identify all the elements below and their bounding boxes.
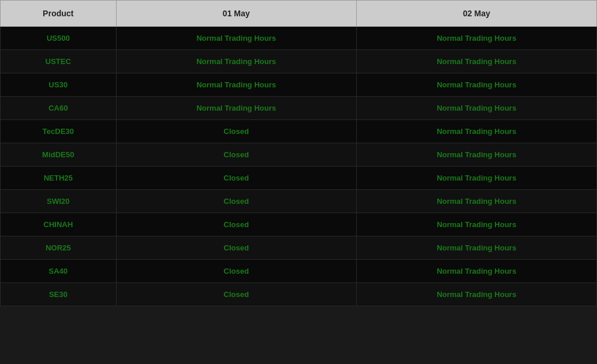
may01-cell: Closed: [116, 213, 356, 236]
product-cell: CHINAH: [1, 213, 117, 236]
may02-cell: Normal Trading Hours: [356, 73, 596, 97]
table-row: TecDE30ClosedNormal Trading Hours: [1, 120, 597, 143]
may02-cell: Normal Trading Hours: [356, 236, 596, 260]
product-cell: SWI20: [1, 190, 117, 213]
may02-cell: Normal Trading Hours: [356, 143, 596, 167]
product-cell: USTEC: [1, 50, 117, 73]
header-may02: 02 May: [356, 1, 596, 27]
may01-cell: Normal Trading Hours: [116, 97, 356, 120]
may01-cell: Normal Trading Hours: [116, 73, 356, 97]
table-row: SA40ClosedNormal Trading Hours: [1, 260, 597, 283]
may02-cell: Normal Trading Hours: [356, 27, 596, 50]
table-row: MidDE50ClosedNormal Trading Hours: [1, 143, 597, 167]
table-row: US30Normal Trading HoursNormal Trading H…: [1, 73, 597, 97]
may02-cell: Normal Trading Hours: [356, 167, 596, 190]
may01-cell: Closed: [116, 143, 356, 167]
may01-cell: Closed: [116, 236, 356, 260]
table-row: SE30ClosedNormal Trading Hours: [1, 283, 597, 306]
table-row: NOR25ClosedNormal Trading Hours: [1, 236, 597, 260]
table-row: NETH25ClosedNormal Trading Hours: [1, 167, 597, 190]
may02-cell: Normal Trading Hours: [356, 120, 596, 143]
may02-cell: Normal Trading Hours: [356, 97, 596, 120]
product-cell: TecDE30: [1, 120, 117, 143]
may02-cell: Normal Trading Hours: [356, 283, 596, 306]
product-cell: CA60: [1, 97, 117, 120]
table-row: US500Normal Trading HoursNormal Trading …: [1, 27, 597, 50]
product-cell: NETH25: [1, 167, 117, 190]
may02-cell: Normal Trading Hours: [356, 190, 596, 213]
may02-cell: Normal Trading Hours: [356, 260, 596, 283]
product-cell: SE30: [1, 283, 117, 306]
header-product: Product: [1, 1, 117, 27]
may02-cell: Normal Trading Hours: [356, 50, 596, 73]
may02-cell: Normal Trading Hours: [356, 213, 596, 236]
may01-cell: Closed: [116, 167, 356, 190]
table-row: CHINAHClosedNormal Trading Hours: [1, 213, 597, 236]
table-row: CA60Normal Trading HoursNormal Trading H…: [1, 97, 597, 120]
table-row: SWI20ClosedNormal Trading Hours: [1, 190, 597, 213]
may01-cell: Closed: [116, 283, 356, 306]
trading-hours-table: Product 01 May 02 May US500Normal Tradin…: [0, 0, 597, 306]
product-cell: US30: [1, 73, 117, 97]
may01-cell: Closed: [116, 260, 356, 283]
header-may01: 01 May: [116, 1, 356, 27]
product-cell: US500: [1, 27, 117, 50]
product-cell: SA40: [1, 260, 117, 283]
product-cell: MidDE50: [1, 143, 117, 167]
may01-cell: Closed: [116, 120, 356, 143]
may01-cell: Closed: [116, 190, 356, 213]
product-cell: NOR25: [1, 236, 117, 260]
table-row: USTECNormal Trading HoursNormal Trading …: [1, 50, 597, 73]
may01-cell: Normal Trading Hours: [116, 27, 356, 50]
may01-cell: Normal Trading Hours: [116, 50, 356, 73]
